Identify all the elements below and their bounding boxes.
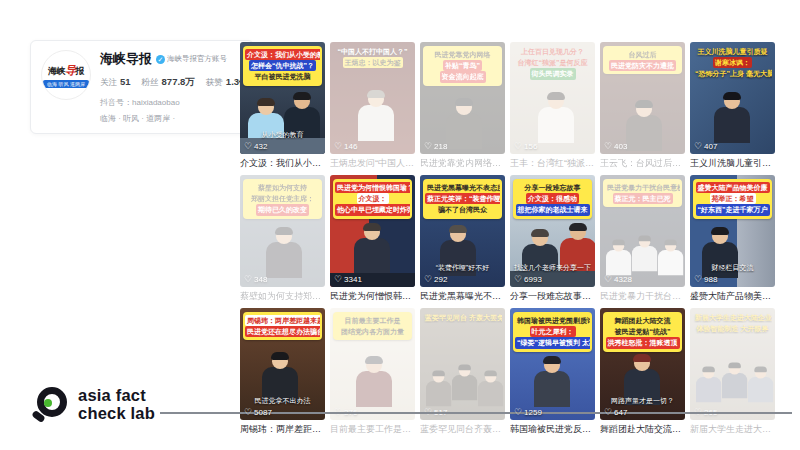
heart-icon: ♡ — [244, 142, 252, 151]
person-figure — [356, 358, 392, 407]
video-tile[interactable]: 韩国瑜被民进党围剿质询叶元之犀利：“绿委”逻辑早被预判 太离谱♡1259韩国瑜被… — [510, 308, 595, 436]
heart-icon: ♡ — [694, 142, 702, 151]
profile-tags: 临海 · 听风 · 道两岸 · — [100, 113, 243, 124]
person-figure — [606, 241, 631, 275]
video-thumbnail[interactable]: 蔡壁如为何支持郑丽文担任党主席：期待已久的改变♡348 — [240, 175, 325, 287]
person-figure — [632, 237, 657, 271]
video-tile[interactable]: 盛赞大陆产品物美价廉苑举正：希望“好东西”走进千家万户财经栏目交流♡988盛赞大… — [690, 175, 775, 303]
like-count: ♡218 — [424, 142, 447, 151]
person-figure — [354, 225, 390, 274]
video-thumbnail[interactable]: 民进党靠党内网络补贴“青鸟”资金流向起底♡218 — [420, 42, 505, 154]
verified-check-icon: ✓ — [156, 55, 165, 64]
video-tile[interactable]: 民进党黑幕曝光不表态度蔡正元笑评：“装聋作哑”骗不了台湾民众“装聋作哑”好不好♡… — [420, 175, 505, 303]
video-subtitle: 民进党拿不出办法 — [240, 396, 325, 406]
video-thumbnail[interactable]: 分享一段难忘故事介文汲：很感动想把你家的老战士请来找这几个老师来分享一下♡699… — [510, 175, 595, 287]
video-tile[interactable]: 蓝委罕见同台 齐轰大罢免♡517蓝委罕见同台齐轰大罢免，现场画面… — [420, 308, 505, 436]
like-count: ♡3341 — [334, 275, 362, 284]
video-tile[interactable]: 新届大学生走进大陆企业体验智能制造 大开眼界♡265新届大学生走进大陆企业参访体… — [690, 308, 775, 436]
video-thumbnail[interactable]: 韩国瑜被民进党围剿质询叶元之犀利：“绿委”逻辑早被预判 太离谱♡1259 — [510, 308, 595, 420]
video-overlay-text: 盛赞大陆产品物美价廉苑举正：希望“好东西”走进千家万户 — [693, 179, 772, 219]
like-count: ♡348 — [244, 275, 267, 284]
like-count: ♡647 — [604, 408, 627, 417]
heart-icon: ♡ — [244, 275, 252, 284]
video-overlay-text: 新届大学生走进大陆企业体验智能制造 大开眼界 — [693, 312, 772, 334]
video-tile[interactable]: 民进党为何憎恨韩国瑜？介文汲：他心中早已埋藏定时炸弹♡3341民进党为何憎恨韩国… — [330, 175, 415, 303]
verified-badge-label: 海峡导报官方账号 — [167, 54, 227, 64]
video-subtitle: “装聋作哑”好不好 — [420, 263, 505, 273]
like-count: ♡156 — [514, 142, 537, 151]
video-overlay-text: 民进党靠党内网络补贴“青鸟”资金流向起底 — [423, 46, 502, 86]
video-tile[interactable]: 分享一段难忘故事介文汲：很感动想把你家的老战士请来找这几个老师来分享一下♡699… — [510, 175, 595, 303]
person-figure — [358, 92, 394, 141]
video-caption: 民进党暴力干扰台民意机构议事，蔡… — [600, 290, 685, 303]
video-caption: 王云飞：台风过后民进党防灾不力遭批… — [600, 157, 685, 170]
video-thumbnail[interactable]: 盛赞大陆产品物美价廉苑举正：希望“好东西”走进千家万户财经栏目交流♡988 — [690, 175, 775, 287]
video-thumbnail[interactable]: 介文汲：我们从小受的教育怎样会“仇中抗战”？平白被民进党洗脑从小受的教育♡432 — [240, 42, 325, 154]
video-tile[interactable]: 台风过后民进党防灾不力遭批♡403王云飞：台风过后民进党防灾不力遭批… — [600, 42, 685, 170]
heart-icon: ♡ — [424, 275, 432, 284]
like-count: ♡292 — [424, 275, 447, 284]
video-tile[interactable]: 目前最主要工作是团结党内各方面力量♡376目前最主要工作是团结党内各方面力量… — [330, 308, 415, 436]
stat-followers[interactable]: 粉丝877.8万 — [142, 76, 195, 89]
heart-icon: ♡ — [514, 142, 522, 151]
video-thumbnail[interactable]: 周锡玮：两岸差距越来越大民进党还在想尽办法骗台湾民进党拿不出办法♡5087 — [240, 308, 325, 420]
video-tile[interactable]: 民进党靠党内网络补贴“青鸟”资金流向起底♡218民进党靠党内网络补贴“青鸟”？名… — [420, 42, 505, 170]
like-count: ♡5087 — [244, 408, 272, 417]
person-figure — [446, 100, 482, 149]
video-tile[interactable]: 介文汲：我们从小受的教育怎样会“仇中抗战”？平白被民进党洗脑从小受的教育♡432… — [240, 42, 325, 170]
video-thumbnail[interactable]: 王义川洗脑儿童引质疑谢寒冰讽：“恐怖分子”上身 毫无大脑♡407 — [690, 42, 775, 154]
video-caption: 蓝委罕见同台齐轰大罢免，现场画面… — [420, 423, 505, 436]
avatar-ribbon: 临海 听风 道两岸 — [43, 80, 89, 88]
video-overlay-text: 分享一段难忘故事介文汲：很感动想把你家的老战士请来 — [513, 179, 592, 219]
video-thumbnail[interactable]: 目前最主要工作是团结党内各方面力量♡376 — [330, 308, 415, 420]
video-thumbnail[interactable]: 民进党为何憎恨韩国瑜？介文汲：他心中早已埋藏定时炸弹♡3341 — [330, 175, 415, 287]
like-count: ♡403 — [604, 142, 627, 151]
video-overlay-text: 民进党黑幕曝光不表态度蔡正元笑评：“装聋作哑”骗不了台湾民众 — [423, 179, 502, 219]
video-overlay-text: 台风过后民进党防灾不力遭批 — [603, 46, 682, 74]
profile-card: 海峡导报 临海 听风 道两岸 海峡导报 ✓ 海峡导报官方账号 关注51 粉丝87… — [30, 40, 254, 134]
video-subtitle: 从小受的教育 — [240, 130, 325, 140]
video-tile[interactable]: 民进党暴力干扰台民意机构议事蔡正元：民主已死♡4328民进党暴力干扰台民意机构议… — [600, 175, 685, 303]
video-overlay-text: 舞蹈团赴大陆交流被民进党贴“统战”洪秀柱怒批：混账透顶 — [603, 312, 682, 352]
video-subtitle: 找这几个老师来分享一下 — [510, 263, 595, 273]
video-overlay-text: 周锡玮：两岸差距越来越大民进党还在想尽办法骗台湾 — [243, 312, 322, 340]
person-figure — [626, 102, 662, 151]
video-tile[interactable]: 蔡壁如为何支持郑丽文担任党主席：期待已久的改变♡348蔡壁如为何支持郑丽文担任党… — [240, 175, 325, 303]
video-thumbnail[interactable]: “中国人不打中国人？”王炳忠：以史为鉴♡146 — [330, 42, 415, 154]
stat-following[interactable]: 关注51 — [100, 76, 131, 89]
video-caption: 王义川洗脑儿童引质疑，谢寒冰讽：… — [690, 157, 775, 170]
video-caption: 舞蹈团赴大陆交流被民进党贴“统战”… — [600, 423, 685, 436]
video-tile[interactable]: 上任百日兑现几分？台湾红“独派”是何反应街头民调实录♡156王丰：台湾红“独派”… — [510, 42, 595, 170]
heart-icon: ♡ — [604, 275, 612, 284]
video-caption: 民进党靠党内网络补贴“青鸟”？名嘴… — [420, 157, 505, 170]
like-count: ♡4328 — [604, 275, 632, 284]
video-thumbnail[interactable]: 蓝委罕见同台 齐轰大罢免♡517 — [420, 308, 505, 420]
video-thumbnail[interactable]: 民进党暴力干扰台民意机构议事蔡正元：民主已死♡4328 — [600, 175, 685, 287]
video-caption: 分享一段难忘故事，介文汲：想把你家… — [510, 290, 595, 303]
video-overlay-text: “中国人不打中国人？”王炳忠：以史为鉴 — [333, 46, 412, 68]
video-thumbnail[interactable]: 民进党黑幕曝光不表态度蔡正元笑评：“装聋作哑”骗不了台湾民众“装聋作哑”好不好♡… — [420, 175, 505, 287]
like-count: ♡146 — [334, 142, 357, 151]
like-count: ♡407 — [694, 142, 717, 151]
person-figure — [722, 364, 747, 398]
heart-icon: ♡ — [604, 142, 612, 151]
douyin-id: 抖音号：haixiadaobao — [100, 97, 243, 108]
video-tile[interactable]: 王义川洗脑儿童引质疑谢寒冰讽：“恐怖分子”上身 毫无大脑♡407王义川洗脑儿童引… — [690, 42, 775, 170]
video-tile[interactable]: 舞蹈团赴大陆交流被民进党贴“统战”洪秀柱怒批：混账透顶网路声量才是一切？♡647… — [600, 308, 685, 436]
person-figure — [714, 94, 750, 143]
video-tile[interactable]: 周锡玮：两岸差距越来越大民进党还在想尽办法骗台湾民进党拿不出办法♡5087周锡玮… — [240, 308, 325, 436]
person-figure — [452, 366, 477, 400]
video-thumbnail[interactable]: 新届大学生走进大陆企业体验智能制造 大开眼界♡265 — [690, 308, 775, 420]
avatar[interactable]: 海峡导报 临海 听风 道两岸 — [41, 50, 91, 100]
video-thumbnail[interactable]: 上任百日兑现几分？台湾红“独派”是何反应街头民调实录♡156 — [510, 42, 595, 154]
afcl-logo: asia fact check lab — [34, 386, 155, 423]
magnifier-icon — [34, 387, 68, 421]
avatar-wordmark: 海峡导报 — [48, 63, 84, 78]
video-tile[interactable]: “中国人不打中国人？”王炳忠：以史为鉴♡146王炳忠发问“中国人不打中国人”… — [330, 42, 415, 170]
heart-icon: ♡ — [244, 408, 252, 417]
heart-icon: ♡ — [424, 142, 432, 151]
video-thumbnail[interactable]: 台风过后民进党防灾不力遭批♡403 — [600, 42, 685, 154]
video-caption: 盛赞大陆产品物美价廉，苑举正：希… — [690, 290, 775, 303]
person-figure — [426, 372, 451, 406]
video-thumbnail[interactable]: 舞蹈团赴大陆交流被民进党贴“统战”洪秀柱怒批：混账透顶网路声量才是一切？♡647 — [600, 308, 685, 420]
